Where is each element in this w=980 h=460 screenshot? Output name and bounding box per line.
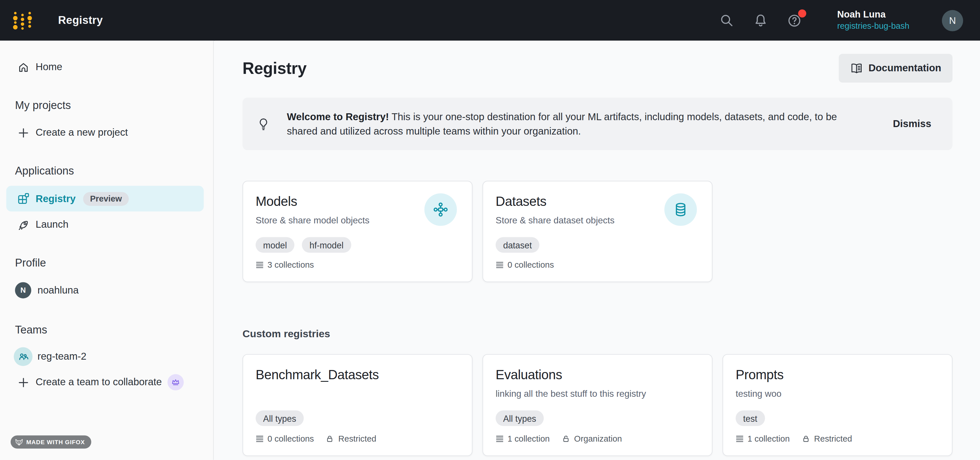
fox-icon <box>15 438 23 446</box>
list-icon <box>496 261 504 269</box>
plus-icon <box>18 376 29 388</box>
documentation-button[interactable]: Documentation <box>838 54 953 83</box>
book-icon <box>850 62 863 75</box>
collections-count: 0 collections <box>496 260 554 270</box>
sidebar-item-profile-user[interactable]: N noahluna <box>0 278 213 303</box>
sidebar-header-teams: Teams <box>0 319 213 341</box>
plus-icon <box>18 127 29 139</box>
card-subtitle <box>256 388 459 399</box>
user-name: Noah Luna <box>837 10 909 20</box>
tag-pill: hf-model <box>302 237 351 253</box>
registry-card-benchmark-datasets[interactable]: Benchmark_Datasets All types 0 collectio… <box>242 354 473 456</box>
database-icon <box>664 193 697 226</box>
card-subtitle: linking all the best stuff to this regis… <box>496 388 699 399</box>
lightbulb-icon <box>256 117 270 131</box>
visibility-status: Organization <box>561 434 622 444</box>
sidebar-header-applications: Applications <box>0 160 213 182</box>
tag-pill: All types <box>256 410 304 426</box>
visibility-status: Restricted <box>801 434 852 444</box>
sidebar-item-launch[interactable]: Launch <box>0 212 213 237</box>
list-icon <box>496 435 504 443</box>
card-title: Evaluations <box>496 366 699 383</box>
registry-card-models[interactable]: Models Store & share model objects model… <box>242 181 473 282</box>
sidebar-item-create-team[interactable]: Create a team to collaborate <box>0 370 213 395</box>
welcome-banner: Welcome to Registry! This is your one-st… <box>242 97 953 150</box>
navbar-app-title: Registry <box>58 14 103 27</box>
registry-grid-icon <box>18 193 29 204</box>
lock-closed-icon <box>325 434 335 444</box>
wandb-logo-icon[interactable] <box>13 11 34 30</box>
crown-icon <box>167 374 184 390</box>
sidebar-header-my-projects: My projects <box>0 94 213 116</box>
user-menu[interactable]: Noah Luna registries-bug-bash <box>837 10 909 31</box>
user-org: registries-bug-bash <box>837 22 909 31</box>
sidebar-item-label: Create a new project <box>36 127 128 138</box>
sidebar-item-label: Home <box>36 61 62 72</box>
list-icon <box>736 435 744 443</box>
list-icon <box>256 261 264 269</box>
tag-pill: model <box>256 237 294 253</box>
collections-count: 0 collections <box>256 434 314 444</box>
sidebar-item-registry[interactable]: Registry Preview <box>6 186 204 211</box>
sidebar-item-label: Launch <box>36 219 68 230</box>
collections-count: 3 collections <box>256 260 314 270</box>
custom-registries-header: Custom registries <box>242 328 953 340</box>
sidebar-item-team[interactable]: reg-team-2 <box>0 344 213 369</box>
sidebar-item-home[interactable]: Home <box>0 54 213 79</box>
avatar: N <box>15 282 31 299</box>
registry-card-evaluations[interactable]: Evaluations linking all the best stuff t… <box>482 354 713 456</box>
tag-pill: All types <box>496 410 544 426</box>
tag-pill: dataset <box>496 237 539 253</box>
card-title: Benchmark_Datasets <box>256 366 459 383</box>
welcome-banner-text: Welcome to Registry! This is your one-st… <box>287 109 837 139</box>
list-icon <box>256 435 264 443</box>
card-title: Prompts <box>736 366 939 383</box>
main-content: Registry Documentation Welcome to Regist… <box>214 40 980 460</box>
lock-open-icon <box>561 434 570 444</box>
sidebar: Home My projects Create a new project Ap… <box>0 40 214 460</box>
lock-closed-icon <box>801 434 811 444</box>
help-icon[interactable] <box>787 13 802 28</box>
dismiss-button[interactable]: Dismiss <box>889 118 941 130</box>
tag-pill: test <box>736 410 765 426</box>
sidebar-item-label: Registry <box>36 193 76 204</box>
search-icon[interactable] <box>720 13 735 28</box>
registry-card-datasets[interactable]: Datasets Store & share dataset objects d… <box>482 181 713 282</box>
collections-count: 1 collection <box>496 434 550 444</box>
sidebar-item-label: Create a team to collaborate <box>36 377 162 388</box>
home-icon <box>18 61 29 73</box>
sidebar-item-label: noahluna <box>38 284 79 296</box>
notification-dot <box>799 9 807 17</box>
preview-badge: Preview <box>83 192 129 206</box>
bell-icon[interactable] <box>753 13 768 28</box>
made-with-gifox-badge: MADE WITH GIFOX <box>11 436 91 449</box>
collections-count: 1 collection <box>736 434 789 444</box>
top-navbar: Registry <box>0 0 980 40</box>
avatar[interactable]: N <box>942 10 963 31</box>
team-icon <box>14 347 32 366</box>
model-icon <box>425 193 457 226</box>
page-title: Registry <box>242 58 307 78</box>
registry-card-prompts[interactable]: Prompts testing woo test 1 collection <box>722 354 953 456</box>
visibility-status: Restricted <box>325 434 376 444</box>
sidebar-item-create-project[interactable]: Create a new project <box>0 120 213 145</box>
card-subtitle: testing woo <box>736 388 939 399</box>
sidebar-item-label: reg-team-2 <box>38 351 86 362</box>
sidebar-header-profile: Profile <box>0 252 213 274</box>
rocket-icon <box>18 219 29 231</box>
